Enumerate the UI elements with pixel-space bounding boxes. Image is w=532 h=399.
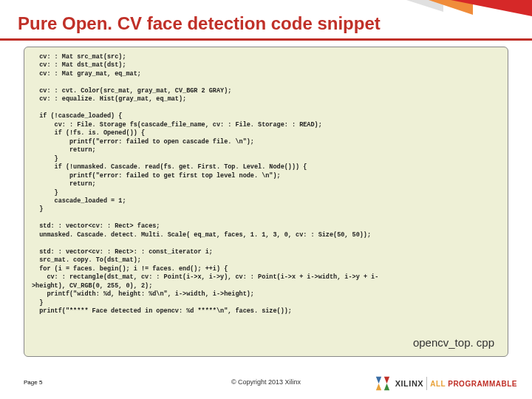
code-text: cv: : Mat src_mat(src); cv: : Mat dst_ma… (32, 53, 500, 316)
svg-marker-2 (376, 383, 381, 390)
code-filename: opencv_top. cpp (413, 336, 494, 349)
title-area: Pure Open. CV face detection code snippe… (0, 0, 532, 41)
svg-marker-3 (384, 383, 389, 390)
svg-marker-1 (384, 377, 389, 383)
copyright-text: © Copyright 2013 Xilinx (231, 378, 301, 386)
page-number: Page 5 (24, 379, 42, 386)
brand-divider (426, 377, 427, 390)
brand-tagline: ALL PROGRAMMABLE (430, 380, 517, 388)
svg-marker-0 (376, 377, 381, 383)
page-title: Pure Open. CV face detection code snippe… (18, 13, 514, 34)
xilinx-logo-icon (375, 375, 391, 392)
brand-logo-area: XILINX ALL PROGRAMMABLE (375, 375, 517, 392)
brand-name: XILINX (395, 379, 423, 388)
code-snippet-box: cv: : Mat src_mat(src); cv: : Mat dst_ma… (24, 47, 508, 357)
